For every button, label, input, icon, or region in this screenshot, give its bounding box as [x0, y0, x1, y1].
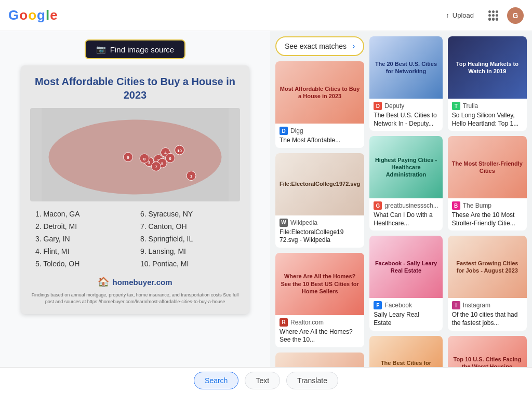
top-bar: Google ↑ Upload G [0, 0, 532, 31]
city-item-10: 10. Pontiac, MI [140, 259, 235, 269]
result-thumbnail: File:ElectoralCollege1972.svg [275, 153, 364, 215]
result-card[interactable]: Highest Paying Cities - Healthcare Admin… [369, 136, 442, 231]
usa-map: 4 10 2 6 3 5 7 8 9 [30, 108, 240, 201]
result-card[interactable]: Most Affordable Cities to Buy a House in… [275, 61, 364, 148]
source-icon: I [452, 301, 460, 309]
result-description: Of the 10 cities that had the fastest jo… [452, 311, 523, 327]
result-card[interactable]: File:ElectoralCollege1972.svgWWikipediaF… [275, 153, 364, 248]
result-card[interactable]: Facebook - Sally Leary Real EstateFFaceb… [369, 236, 442, 330]
search-tab-button[interactable]: Search [194, 372, 238, 389]
results-column-left: See exact matches › Most Affordable Citi… [275, 36, 364, 362]
result-thumbnail: Fastest Growing Cities for Jobs - August… [448, 236, 527, 298]
upload-button[interactable]: ↑ Upload [440, 8, 480, 22]
text-tab-button[interactable]: Text [245, 372, 280, 389]
result-info: WWikipediaFile:ElectoralCollege19 72.svg… [275, 215, 364, 248]
svg-point-1 [49, 120, 222, 195]
result-card[interactable]: Top Healing Markets to Watch in 2019TTru… [448, 36, 527, 131]
result-info: TTruliaSo Long Silicon Valley, Hello Hea… [448, 99, 527, 131]
find-image-label: Find image source [110, 45, 174, 54]
source-name: The Bump [463, 202, 491, 209]
source-icon: T [452, 102, 460, 110]
result-description: What Can I Do with a Healthcare... [374, 211, 438, 227]
source-name: greatbusinesssch... [384, 202, 438, 209]
result-info: BThe BumpThese Are the 10 Most Stroller-… [448, 198, 527, 231]
result-thumbnail: The 20 Best U.S. Cities for Networking [369, 36, 442, 99]
arrow-icon: › [352, 42, 355, 51]
find-image-source-button[interactable]: 📷 Find image source [85, 39, 185, 59]
translate-tab-button[interactable]: Translate [286, 372, 338, 389]
brand-label: homebuyer.com [112, 278, 172, 287]
source-name: Trulia [463, 102, 478, 110]
result-info: DDiggThe Most Affordable... [275, 124, 364, 148]
result-source: FFacebook [374, 301, 438, 309]
house-icon: 🏠 [98, 276, 109, 288]
result-info: RRealtor.comWhere Are All the Homes? See… [275, 315, 364, 347]
svg-text:4: 4 [164, 151, 167, 155]
source-icon: B [452, 201, 460, 210]
result-description: Sally Leary Real Estate [374, 311, 438, 327]
see-exact-matches-button[interactable]: See exact matches › [275, 36, 364, 56]
result-description: The Most Affordable... [280, 137, 360, 145]
result-card[interactable]: The Hottest Cities for Jobs Growth in Fe… [275, 353, 364, 367]
source-icon: D [280, 127, 288, 135]
result-card[interactable]: Where Are All the Homes? See the 10 Best… [275, 253, 364, 347]
result-thumbnail: Facebook - Sally Leary Real Estate [369, 236, 442, 298]
source-icon: G [374, 201, 382, 210]
source-name: Realtor.com [290, 319, 324, 326]
source-name: Wikipedia [290, 219, 317, 226]
result-thumbnail: The Hottest Cities for Jobs Growth in Fe… [275, 353, 364, 367]
google-logo: Google [8, 7, 57, 23]
result-card[interactable]: The 20 Best U.S. Cities for NetworkingDD… [369, 36, 442, 131]
city-item-7: 7. Canton, OH [140, 221, 235, 232]
svg-text:10: 10 [177, 148, 182, 153]
apps-icon[interactable] [488, 10, 499, 21]
city-item-5: 5. Toledo, OH [35, 259, 130, 269]
result-source: DDigg [280, 127, 360, 135]
source-icon: D [374, 102, 382, 110]
result-source: RRealtor.com [280, 318, 360, 327]
top-bar-actions: ↑ Upload G [440, 7, 524, 24]
exact-matches-label: See exact matches [285, 42, 347, 50]
svg-text:6: 6 [169, 156, 171, 161]
result-source: Ggreatbusinesssch... [374, 201, 438, 210]
result-description: Where Are All the Homes? See the 10... [280, 328, 360, 344]
source-name: Facebook [384, 302, 412, 309]
result-thumbnail: Top Healing Markets to Watch in 2019 [448, 36, 527, 99]
result-description: The Best U.S. Cities to Network In - Dep… [374, 112, 438, 128]
city-item-6: 6. Syracuse, NY [140, 209, 235, 219]
result-card[interactable]: The Best Cities for Remote WorkersRReddi… [369, 336, 442, 367]
right-panel[interactable]: See exact matches › Most Affordable Citi… [270, 31, 532, 367]
result-info: IInstagramOf the 10 cities that had the … [448, 298, 527, 330]
infographic-title: Most Affordable Cities to Buy a House in… [30, 75, 240, 102]
city-item-3: 3. Gary, IN [35, 234, 130, 244]
result-source: BThe Bump [452, 201, 523, 210]
homebuyer-brand: 🏠 homebuyer.com [30, 276, 240, 288]
result-info: FFacebookSally Leary Real Estate [369, 298, 442, 330]
result-info: DDeputyThe Best U.S. Cities to Network I… [369, 99, 442, 131]
result-card[interactable]: The Most Stroller-Friendly CitiesBThe Bu… [448, 136, 527, 231]
results-column-mid: The 20 Best U.S. Cities for NetworkingDD… [369, 36, 442, 362]
avatar[interactable]: G [507, 7, 524, 24]
result-description: File:ElectoralCollege19 72.svg - Wikiped… [280, 228, 360, 245]
cities-list: 1. Macon, GA 6. Syracuse, NY 2. Detroit,… [30, 209, 240, 269]
right-results-container: Top Healing Markets to Watch in 2019TTru… [448, 36, 527, 367]
result-source: TTrulia [452, 102, 523, 110]
source-icon: R [280, 318, 288, 327]
disclaimer: Findings based on annual mortgage, prope… [30, 292, 240, 305]
svg-text:8: 8 [143, 157, 146, 161]
city-item-4: 4. Flint, MI [35, 246, 130, 256]
left-results-container: Most Affordable Cities to Buy a House in… [275, 61, 364, 367]
result-source: WWikipedia [280, 219, 360, 227]
result-thumbnail: Most Affordable Cities to Buy a House in… [275, 61, 364, 124]
result-card[interactable]: Top 10 U.S. Cities Facing the Worst Hous… [448, 336, 527, 367]
svg-text:1: 1 [190, 174, 193, 179]
result-info: Ggreatbusinesssch...What Can I Do with a… [369, 198, 442, 231]
result-thumbnail: Top 10 U.S. Cities Facing the Worst Hous… [448, 336, 527, 367]
result-card[interactable]: Fastest Growing Cities for Jobs - August… [448, 236, 527, 330]
svg-text:7: 7 [155, 165, 157, 169]
result-source: DDeputy [374, 102, 438, 110]
results-column-right: Top Healing Markets to Watch in 2019TTru… [448, 36, 527, 362]
result-thumbnail: The Best Cities for Remote Workers [369, 336, 442, 367]
city-item-9: 9. Lansing, MI [140, 246, 235, 256]
upload-label: Upload [453, 11, 474, 19]
